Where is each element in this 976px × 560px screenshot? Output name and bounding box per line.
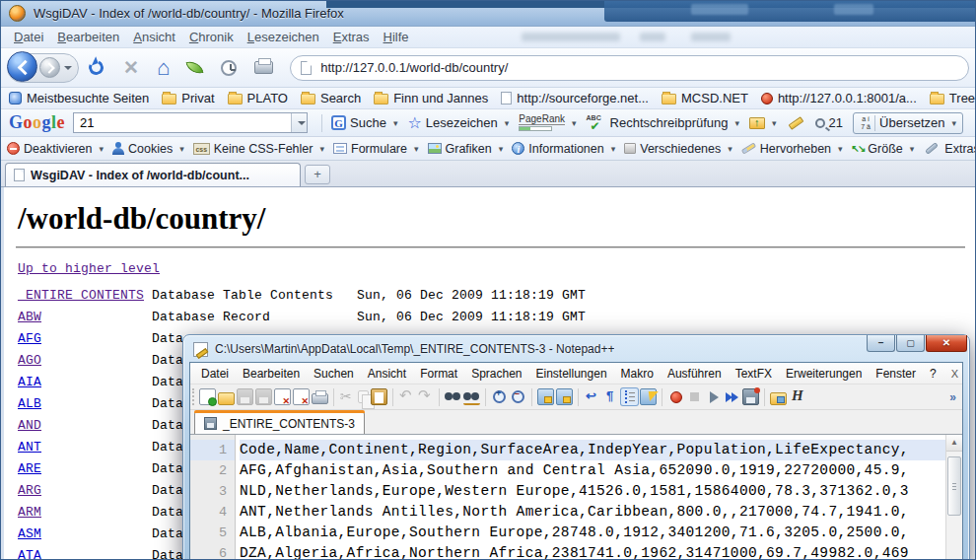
menu-item-extras[interactable]: Extras [326,28,377,46]
menu-item-ansicht[interactable]: Ansicht [126,28,182,46]
zoom-out-icon[interactable] [510,388,526,405]
toolbar-overflow-icon[interactable] [945,390,960,404]
notepad-menu-item[interactable]: Ansicht [361,365,413,383]
indent-guide-icon[interactable] [621,388,638,405]
reload-button[interactable] [87,58,105,77]
replace-icon[interactable] [463,388,480,405]
new-file-icon[interactable] [199,388,216,405]
bookmark-item[interactable]: Finn und Jannes [374,91,488,105]
bookmark-item[interactable]: http://sourceforge.net... [501,91,649,105]
url-bar[interactable] [290,55,969,81]
copy-icon[interactable] [358,390,369,403]
google-search-input[interactable] [74,115,291,130]
zoom-in-icon[interactable] [491,388,508,405]
scrollbar-thumb[interactable] [947,456,961,516]
minimize-button[interactable] [867,335,895,352]
google-toolbar-item[interactable]: PageRank [519,114,576,131]
cut-icon[interactable] [339,388,356,405]
macro-play-icon[interactable] [705,388,722,405]
webdev-item[interactable]: Grafiken [428,142,504,156]
webdev-item[interactable]: Extras [923,142,975,156]
back-button[interactable] [7,51,37,82]
notepad-menu-item[interactable]: Suchen [307,365,361,383]
firefox-titlebar[interactable]: WsgiDAV - Index of /world-db/country/ - … [1,1,975,27]
macro-stop-icon[interactable] [686,388,703,405]
webdev-item[interactable]: Deaktivieren [7,142,104,156]
history-clock-button[interactable] [221,60,237,76]
directory-link[interactable]: ARG [18,483,152,498]
directory-link[interactable]: _ENTIRE_CONTENTS [18,288,152,303]
notepad-menu-item[interactable]: Fenster [869,365,923,383]
bookmark-item[interactable]: PLATO [228,91,288,105]
editor-scrollbar[interactable] [945,435,962,559]
webdev-item[interactable]: Verschiedenes [624,142,732,156]
bookmark-item[interactable]: Meistbesuchte Seiten [9,91,149,105]
directory-link[interactable]: ARE [18,461,152,476]
save-all-icon[interactable] [255,388,272,405]
menu-item-chronik[interactable]: Chronik [182,28,241,46]
webdev-item[interactable]: Größe [852,142,915,156]
stop-button[interactable] [123,58,139,77]
history-dropdown-icon[interactable] [64,66,72,74]
redo-icon[interactable] [417,388,434,405]
macro-record-icon[interactable] [667,388,684,405]
tab-wsgidav[interactable]: WsgiDAV - Index of /world-db/count... [5,163,301,186]
google-search-dropdown[interactable] [291,113,307,132]
save-icon[interactable] [237,388,253,405]
directory-link[interactable]: ALB [18,396,152,411]
menu-item-bearbeiten[interactable]: Bearbeiten [50,28,126,46]
feed-leaf-button[interactable] [186,58,204,76]
close-doc-icon[interactable] [274,388,291,405]
directory-link[interactable]: ATA [18,548,152,560]
url-input[interactable] [318,59,958,76]
up-to-higher-level-link[interactable]: Up to higher level [18,261,160,276]
notepad-menu-item[interactable]: Ausführen [661,365,729,383]
new-tab-button[interactable]: + [305,165,330,184]
undo-icon[interactable] [398,388,415,405]
close-all-docs-icon[interactable] [293,388,310,405]
print-icon[interactable] [312,393,328,404]
google-toolbar-item[interactable] [749,117,777,129]
macro-run-multiple-icon[interactable] [724,388,740,405]
google-toolbar-item[interactable]: Lesezeichen [407,115,509,131]
menu-item-hilfe[interactable]: Hilfe [377,28,416,46]
google-toolbar-item[interactable] [787,120,805,126]
sync-horizontal-icon[interactable] [556,388,573,405]
bookmark-item[interactable]: Privat [162,91,214,105]
editor-text[interactable]: Code,Name,Continent,Region,SurfaceArea,I… [236,435,962,559]
function-completion-icon[interactable] [640,388,657,405]
close-document-icon[interactable]: X [943,368,963,380]
project-folder-icon[interactable] [770,392,787,405]
show-all-characters-icon[interactable] [602,388,619,405]
notepad-menu-item[interactable]: Einstellungen [529,365,614,383]
find-icon[interactable] [445,388,461,405]
notepad-menu-item[interactable]: Erweiterungen [779,365,869,383]
directory-link[interactable]: ARM [18,505,152,520]
notepad-menu-item[interactable]: ? [923,365,943,383]
word-wrap-icon[interactable] [584,388,600,405]
scroll-up-button[interactable] [946,435,962,452]
notepad-menu-item[interactable]: Format [413,365,464,383]
menu-item-datei[interactable]: Datei [7,28,50,46]
webdev-item[interactable]: Formulare [333,142,419,156]
html-preview-icon[interactable] [789,388,805,405]
notepad-menu-item[interactable]: Sprachen [464,365,528,383]
directory-link[interactable]: AFG [18,331,152,346]
editor-area[interactable]: 123456 Code,Name,Continent,Region,Surfac… [190,435,962,559]
directory-link[interactable]: ASM [18,526,152,541]
menu-item-lesezeichen[interactable]: Lesezeichen [241,28,326,46]
notepad-tab[interactable]: _ENTIRE_CONTENTS-3 [194,412,365,434]
paste-icon[interactable] [371,388,387,405]
google-toolbar-item[interactable]: 21 [815,115,843,130]
print-button[interactable] [254,61,273,74]
macro-save-icon[interactable] [742,388,759,405]
webdev-item[interactable]: Hervorheben [741,142,843,156]
google-toolbar-item[interactable]: Rechtschreibprüfung [587,115,740,130]
forward-button[interactable] [39,57,60,78]
webdev-item[interactable]: Cookies [112,142,184,156]
directory-link[interactable]: ABW [18,310,152,324]
google-search-box[interactable] [73,112,308,133]
google-toolbar-item[interactable]: Suche [331,115,397,130]
directory-link[interactable]: AGO [18,353,152,368]
bookmark-item[interactable]: Search [301,91,361,105]
